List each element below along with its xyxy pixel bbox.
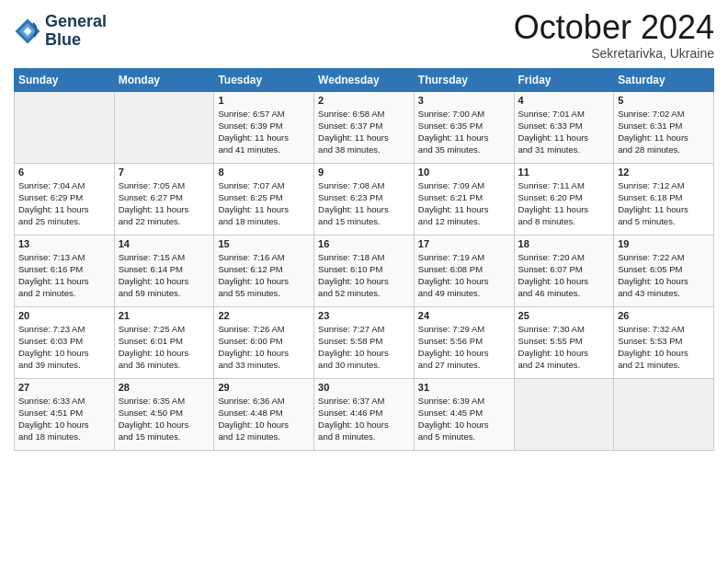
cell-text: Sunrise: 7:08 AM Sunset: 6:23 PM Dayligh… — [318, 179, 410, 228]
cell-1-7: 5Sunrise: 7:02 AM Sunset: 6:31 PM Daylig… — [614, 91, 714, 163]
week-row-3: 13Sunrise: 7:13 AM Sunset: 6:16 PM Dayli… — [15, 235, 714, 306]
cell-4-5: 24Sunrise: 7:29 AM Sunset: 5:56 PM Dayli… — [414, 306, 514, 378]
day-number: 28 — [119, 382, 210, 393]
cell-5-1: 27Sunrise: 6:33 AM Sunset: 4:51 PM Dayli… — [15, 378, 115, 450]
day-number: 18 — [518, 238, 610, 249]
day-number: 29 — [218, 382, 310, 393]
month-title: October 2024 — [514, 9, 714, 46]
week-row-4: 20Sunrise: 7:23 AM Sunset: 6:03 PM Dayli… — [15, 306, 714, 378]
cell-4-4: 23Sunrise: 7:27 AM Sunset: 5:58 PM Dayli… — [314, 306, 415, 378]
cell-text: Sunrise: 7:07 AM Sunset: 6:25 PM Dayligh… — [218, 179, 310, 228]
day-number: 23 — [318, 310, 410, 321]
cell-5-3: 29Sunrise: 6:36 AM Sunset: 4:48 PM Dayli… — [214, 378, 314, 450]
cell-text: Sunrise: 7:30 AM Sunset: 5:55 PM Dayligh… — [518, 323, 610, 372]
cell-text: Sunrise: 7:22 AM Sunset: 6:05 PM Dayligh… — [618, 251, 710, 300]
logo-text-line2: Blue — [45, 31, 107, 50]
cell-text: Sunrise: 7:29 AM Sunset: 5:56 PM Dayligh… — [418, 323, 510, 372]
day-number: 21 — [119, 310, 210, 321]
weekday-saturday: Saturday — [614, 68, 714, 91]
day-number: 20 — [18, 310, 110, 321]
cell-3-1: 13Sunrise: 7:13 AM Sunset: 6:16 PM Dayli… — [15, 235, 115, 306]
cell-text: Sunrise: 7:25 AM Sunset: 6:01 PM Dayligh… — [119, 323, 210, 372]
cell-4-7: 26Sunrise: 7:32 AM Sunset: 5:53 PM Dayli… — [614, 306, 714, 378]
cell-2-6: 11Sunrise: 7:11 AM Sunset: 6:20 PM Dayli… — [514, 163, 614, 235]
cell-text: Sunrise: 7:27 AM Sunset: 5:58 PM Dayligh… — [318, 323, 410, 372]
day-number: 7 — [119, 167, 210, 178]
cell-1-5: 3Sunrise: 7:00 AM Sunset: 6:35 PM Daylig… — [414, 91, 514, 163]
day-number: 10 — [418, 167, 510, 178]
cell-text: Sunrise: 7:12 AM Sunset: 6:18 PM Dayligh… — [618, 179, 710, 228]
day-number: 1 — [218, 95, 310, 106]
day-number: 13 — [18, 238, 110, 249]
cell-text: Sunrise: 7:00 AM Sunset: 6:35 PM Dayligh… — [418, 108, 510, 156]
week-row-2: 6Sunrise: 7:04 AM Sunset: 6:29 PM Daylig… — [15, 163, 714, 235]
cell-5-4: 30Sunrise: 6:37 AM Sunset: 4:46 PM Dayli… — [314, 378, 415, 450]
day-number: 8 — [218, 167, 310, 178]
day-number: 14 — [119, 238, 210, 249]
day-number: 15 — [218, 238, 310, 249]
title-block: October 2024 Sekretarivka, Ukraine — [514, 9, 714, 61]
day-number: 3 — [418, 95, 510, 106]
cell-text: Sunrise: 7:15 AM Sunset: 6:14 PM Dayligh… — [119, 251, 210, 300]
cell-2-3: 8Sunrise: 7:07 AM Sunset: 6:25 PM Daylig… — [214, 163, 314, 235]
cell-3-5: 17Sunrise: 7:19 AM Sunset: 6:08 PM Dayli… — [414, 235, 514, 306]
cell-4-2: 21Sunrise: 7:25 AM Sunset: 6:01 PM Dayli… — [114, 306, 214, 378]
logo-icon — [14, 17, 41, 45]
day-number: 11 — [518, 167, 610, 178]
cell-text: Sunrise: 6:39 AM Sunset: 4:45 PM Dayligh… — [418, 395, 510, 443]
cell-text: Sunrise: 7:09 AM Sunset: 6:21 PM Dayligh… — [418, 179, 510, 228]
cell-1-3: 1Sunrise: 6:57 AM Sunset: 6:39 PM Daylig… — [214, 91, 314, 163]
logo: General Blue — [14, 13, 107, 50]
cell-1-4: 2Sunrise: 6:58 AM Sunset: 6:37 PM Daylig… — [314, 91, 415, 163]
page-container: General Blue October 2024 Sekretarivka, … — [0, 0, 728, 455]
cell-5-7 — [614, 378, 714, 450]
cell-2-4: 9Sunrise: 7:08 AM Sunset: 6:23 PM Daylig… — [314, 163, 415, 235]
day-number: 12 — [618, 167, 710, 178]
day-number: 27 — [18, 382, 110, 393]
cell-4-1: 20Sunrise: 7:23 AM Sunset: 6:03 PM Dayli… — [15, 306, 115, 378]
day-number: 4 — [518, 95, 610, 106]
weekday-tuesday: Tuesday — [214, 68, 314, 91]
logo-text-line1: General — [45, 13, 107, 31]
cell-3-2: 14Sunrise: 7:15 AM Sunset: 6:14 PM Dayli… — [114, 235, 214, 306]
cell-2-7: 12Sunrise: 7:12 AM Sunset: 6:18 PM Dayli… — [614, 163, 714, 235]
day-number: 22 — [218, 310, 310, 321]
cell-2-5: 10Sunrise: 7:09 AM Sunset: 6:21 PM Dayli… — [414, 163, 514, 235]
cell-text: Sunrise: 6:57 AM Sunset: 6:39 PM Dayligh… — [218, 108, 310, 156]
cell-4-6: 25Sunrise: 7:30 AM Sunset: 5:55 PM Dayli… — [514, 306, 614, 378]
weekday-wednesday: Wednesday — [314, 68, 415, 91]
header: General Blue October 2024 Sekretarivka, … — [14, 9, 714, 61]
cell-text: Sunrise: 7:05 AM Sunset: 6:27 PM Dayligh… — [119, 179, 210, 228]
cell-text: Sunrise: 6:37 AM Sunset: 4:46 PM Dayligh… — [318, 395, 410, 443]
cell-text: Sunrise: 7:04 AM Sunset: 6:29 PM Dayligh… — [18, 179, 110, 228]
weekday-friday: Friday — [514, 68, 614, 91]
week-row-5: 27Sunrise: 6:33 AM Sunset: 4:51 PM Dayli… — [15, 378, 714, 450]
cell-text: Sunrise: 6:35 AM Sunset: 4:50 PM Dayligh… — [119, 395, 210, 443]
cell-text: Sunrise: 7:19 AM Sunset: 6:08 PM Dayligh… — [418, 251, 510, 300]
cell-text: Sunrise: 7:01 AM Sunset: 6:33 PM Dayligh… — [518, 108, 610, 156]
cell-text: Sunrise: 7:02 AM Sunset: 6:31 PM Dayligh… — [618, 108, 710, 156]
day-number: 6 — [18, 167, 110, 178]
cell-5-2: 28Sunrise: 6:35 AM Sunset: 4:50 PM Dayli… — [114, 378, 214, 450]
cell-text: Sunrise: 7:23 AM Sunset: 6:03 PM Dayligh… — [18, 323, 110, 372]
cell-text: Sunrise: 7:16 AM Sunset: 6:12 PM Dayligh… — [218, 251, 310, 300]
cell-5-6 — [514, 378, 614, 450]
day-number: 17 — [418, 238, 510, 249]
day-number: 5 — [618, 95, 710, 106]
cell-5-5: 31Sunrise: 6:39 AM Sunset: 4:45 PM Dayli… — [414, 378, 514, 450]
cell-1-1 — [15, 91, 115, 163]
cell-text: Sunrise: 6:58 AM Sunset: 6:37 PM Dayligh… — [318, 108, 410, 156]
cell-2-2: 7Sunrise: 7:05 AM Sunset: 6:27 PM Daylig… — [114, 163, 214, 235]
weekday-header-row: SundayMondayTuesdayWednesdayThursdayFrid… — [15, 68, 714, 91]
location: Sekretarivka, Ukraine — [514, 46, 714, 61]
cell-text: Sunrise: 7:11 AM Sunset: 6:20 PM Dayligh… — [518, 179, 610, 228]
weekday-sunday: Sunday — [15, 68, 115, 91]
cell-text: Sunrise: 7:26 AM Sunset: 6:00 PM Dayligh… — [218, 323, 310, 372]
cell-3-3: 15Sunrise: 7:16 AM Sunset: 6:12 PM Dayli… — [214, 235, 314, 306]
weekday-thursday: Thursday — [414, 68, 514, 91]
week-row-1: 1Sunrise: 6:57 AM Sunset: 6:39 PM Daylig… — [15, 91, 714, 163]
day-number: 19 — [618, 238, 710, 249]
cell-text: Sunrise: 7:32 AM Sunset: 5:53 PM Dayligh… — [618, 323, 710, 372]
cell-text: Sunrise: 6:33 AM Sunset: 4:51 PM Dayligh… — [18, 395, 110, 443]
cell-text: Sunrise: 7:13 AM Sunset: 6:16 PM Dayligh… — [18, 251, 110, 300]
